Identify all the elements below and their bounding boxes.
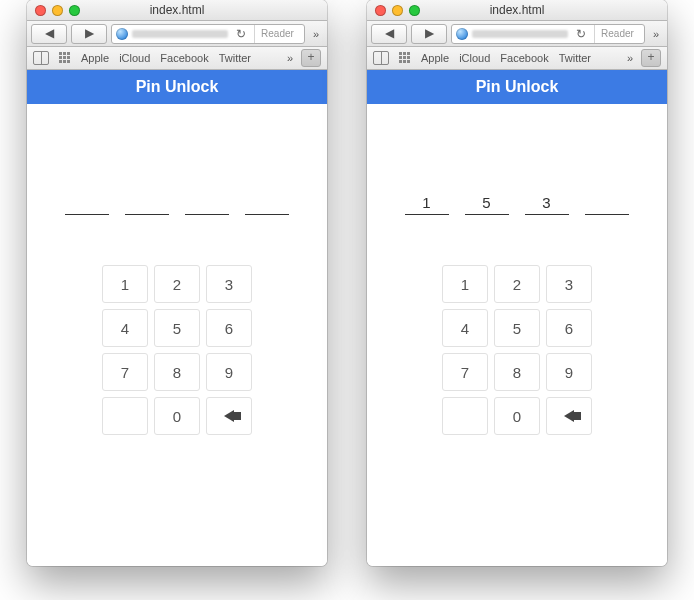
keypad-6[interactable]: 6	[546, 309, 592, 347]
bookmarks-book-icon[interactable]	[33, 51, 49, 65]
address-bar[interactable]: ↻Reader	[451, 24, 645, 44]
pin-digit-slot: 3	[525, 194, 569, 215]
keypad-5[interactable]: 5	[494, 309, 540, 347]
keypad-9[interactable]: 9	[206, 353, 252, 391]
keypad-blank	[442, 397, 488, 435]
browser-toolbar: ◀▶↻Reader»	[367, 21, 667, 47]
pin-digit-slot	[245, 194, 289, 215]
zoom-window-button[interactable]	[409, 5, 420, 16]
keypad-0[interactable]: 0	[494, 397, 540, 435]
keypad-8[interactable]: 8	[154, 353, 200, 391]
pin-display	[27, 194, 327, 215]
browser-window: index.html◀▶↻Reader»AppleiCloudFacebookT…	[27, 0, 327, 566]
keypad-5[interactable]: 5	[154, 309, 200, 347]
pin-display: 153	[367, 194, 667, 215]
pin-digit-slot	[185, 194, 229, 215]
bookmarks-bar: AppleiCloudFacebookTwitter»+	[367, 47, 667, 70]
back-button[interactable]: ◀	[31, 24, 67, 44]
web-page: Pin Unlock1234567890	[27, 70, 327, 566]
bookmarks-overflow: »+	[283, 49, 321, 67]
keypad-3[interactable]: 3	[546, 265, 592, 303]
numeric-keypad: 1234567890	[442, 265, 592, 435]
url-text	[472, 30, 568, 38]
pin-digit-slot: 1	[405, 194, 449, 215]
minimize-window-button[interactable]	[52, 5, 63, 16]
top-sites-grid-icon[interactable]	[59, 52, 71, 64]
pin-digit-slot	[65, 194, 109, 215]
back-arrow-icon	[224, 410, 234, 422]
keypad-8[interactable]: 8	[494, 353, 540, 391]
reload-button[interactable]: ↻	[232, 27, 250, 41]
pin-digit-slot	[585, 194, 629, 215]
bookmark-item[interactable]: Facebook	[500, 52, 548, 64]
keypad-1[interactable]: 1	[442, 265, 488, 303]
toolbar-overflow-icon[interactable]: »	[649, 28, 663, 40]
bookmarks-overflow-icon[interactable]: »	[283, 52, 297, 64]
app-header: Pin Unlock	[367, 70, 667, 104]
forward-button[interactable]: ▶	[71, 24, 107, 44]
bookmarks-overflow: »+	[623, 49, 661, 67]
numeric-keypad: 1234567890	[102, 265, 252, 435]
bookmarks-bar: AppleiCloudFacebookTwitter»+	[27, 47, 327, 70]
keypad-1[interactable]: 1	[102, 265, 148, 303]
window-titlebar: index.html	[367, 0, 667, 21]
browser-toolbar: ◀▶↻Reader»	[27, 21, 327, 47]
keypad-7[interactable]: 7	[102, 353, 148, 391]
bookmark-item[interactable]: Apple	[81, 52, 109, 64]
bookmark-item[interactable]: Twitter	[219, 52, 251, 64]
address-bar[interactable]: ↻Reader	[111, 24, 305, 44]
pin-digit-slot: 5	[465, 194, 509, 215]
close-window-button[interactable]	[35, 5, 46, 16]
keypad-backspace[interactable]	[546, 397, 592, 435]
keypad-backspace[interactable]	[206, 397, 252, 435]
toolbar-overflow-icon[interactable]: »	[309, 28, 323, 40]
new-tab-button[interactable]: +	[641, 49, 661, 67]
keypad-3[interactable]: 3	[206, 265, 252, 303]
keypad-0[interactable]: 0	[154, 397, 200, 435]
keypad-7[interactable]: 7	[442, 353, 488, 391]
window-titlebar: index.html	[27, 0, 327, 21]
reader-button[interactable]: Reader	[594, 25, 640, 43]
top-sites-grid-icon[interactable]	[399, 52, 411, 64]
keypad-2[interactable]: 2	[154, 265, 200, 303]
keypad-blank	[102, 397, 148, 435]
reader-button[interactable]: Reader	[254, 25, 300, 43]
bookmark-item[interactable]: Twitter	[559, 52, 591, 64]
url-text	[132, 30, 228, 38]
forward-button[interactable]: ▶	[411, 24, 447, 44]
bookmark-item[interactable]: iCloud	[119, 52, 150, 64]
close-window-button[interactable]	[375, 5, 386, 16]
reload-button[interactable]: ↻	[572, 27, 590, 41]
minimize-window-button[interactable]	[392, 5, 403, 16]
site-identity-icon	[456, 28, 468, 40]
bookmarks-book-icon[interactable]	[373, 51, 389, 65]
traffic-lights	[35, 5, 80, 16]
bookmark-item[interactable]: Apple	[421, 52, 449, 64]
bookmark-item[interactable]: Facebook	[160, 52, 208, 64]
web-page: Pin Unlock1531234567890	[367, 70, 667, 566]
keypad-6[interactable]: 6	[206, 309, 252, 347]
back-arrow-icon	[564, 410, 574, 422]
keypad-4[interactable]: 4	[102, 309, 148, 347]
keypad-2[interactable]: 2	[494, 265, 540, 303]
app-header: Pin Unlock	[27, 70, 327, 104]
keypad-4[interactable]: 4	[442, 309, 488, 347]
bookmarks-overflow-icon[interactable]: »	[623, 52, 637, 64]
traffic-lights	[375, 5, 420, 16]
new-tab-button[interactable]: +	[301, 49, 321, 67]
browser-window: index.html◀▶↻Reader»AppleiCloudFacebookT…	[367, 0, 667, 566]
back-button[interactable]: ◀	[371, 24, 407, 44]
site-identity-icon	[116, 28, 128, 40]
bookmark-item[interactable]: iCloud	[459, 52, 490, 64]
pin-digit-slot	[125, 194, 169, 215]
zoom-window-button[interactable]	[69, 5, 80, 16]
keypad-9[interactable]: 9	[546, 353, 592, 391]
